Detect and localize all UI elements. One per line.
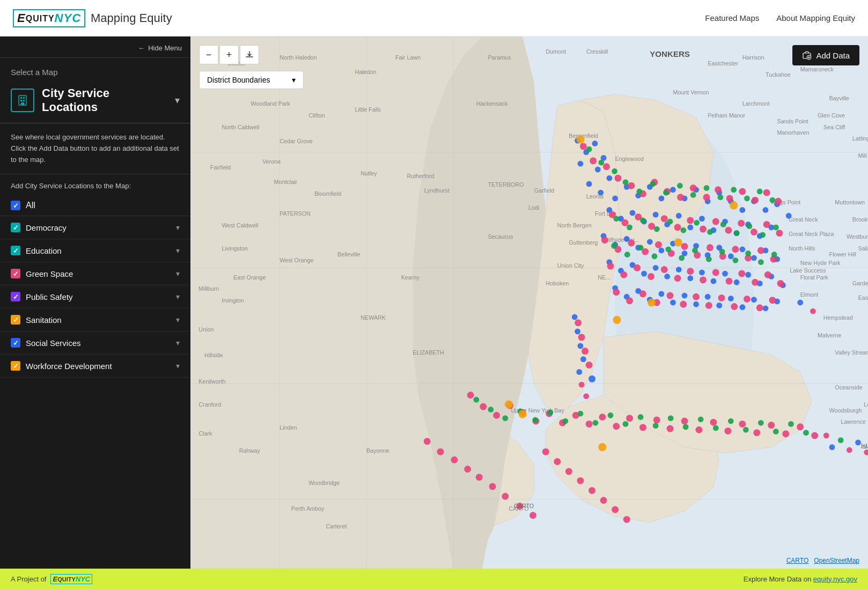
workforce-development-checkbox[interactable]: ✓ [11, 361, 20, 371]
category-democracy[interactable]: ✓ Democracy ▾ [0, 216, 190, 239]
openstreetmap-credit[interactable]: OpenStreetMap [814, 557, 859, 564]
zoom-in-button[interactable]: + [219, 45, 239, 64]
about-mapping-equity-link[interactable]: About Mapping Equity [776, 13, 855, 23]
svg-text:North Haledon: North Haledon [279, 54, 317, 61]
svg-text:Bayonne: Bayonne [366, 447, 389, 454]
svg-text:Woodsburgh: Woodsburgh [829, 407, 862, 414]
svg-point-304 [502, 493, 509, 500]
svg-text:Fairfield: Fairfield [210, 164, 231, 171]
svg-point-306 [529, 512, 536, 519]
add-data-button[interactable]: Add Data [792, 45, 859, 65]
category-education[interactable]: ✓ Education ▾ [0, 239, 190, 262]
svg-text:Linden: Linden [279, 424, 297, 431]
svg-text:YONKERS: YONKERS [650, 49, 690, 58]
category-public-safety[interactable]: ✓ Public Safety ▾ [0, 285, 190, 308]
footer-equity-link[interactable]: equity.nyc.gov [813, 575, 857, 583]
category-workforce-development[interactable]: ✓ Workforce Development ▾ [0, 355, 190, 378]
workforce-development-label: Workforce Development [26, 362, 171, 371]
svg-point-239 [707, 244, 713, 251]
hide-menu-label: Hide Menu [148, 44, 182, 52]
svg-point-365 [608, 413, 614, 418]
democracy-label: Democracy [26, 223, 171, 232]
svg-point-392 [579, 382, 585, 388]
svg-point-291 [724, 428, 731, 435]
district-boundaries-dropdown[interactable]: District Boundaries ▾ [199, 71, 304, 89]
svg-point-265 [693, 293, 700, 300]
download-button[interactable] [240, 45, 259, 64]
map-area[interactable]: Closter North Haledon Fair Lawn Paramus … [190, 36, 868, 569]
education-label: Education [26, 246, 171, 255]
svg-point-312 [600, 497, 607, 504]
green-space-checkbox[interactable]: ✓ [11, 269, 20, 278]
svg-text:Cresskill: Cresskill [586, 48, 608, 55]
svg-text:Garfield: Garfield [534, 187, 555, 194]
category-green-space[interactable]: ✓ Green Space ▾ [0, 262, 190, 285]
all-checkbox[interactable]: ✓ [11, 201, 20, 210]
svg-text:East Orange: East Orange [233, 274, 266, 281]
sanitation-checkbox[interactable]: ✓ [11, 315, 20, 325]
svg-text:Bloomfield: Bloomfield [314, 190, 341, 197]
svg-point-354 [758, 259, 764, 265]
svg-text:Fair Lawn: Fair Lawn [395, 54, 421, 61]
svg-rect-5 [21, 102, 24, 105]
svg-text:Sea Cliff: Sea Cliff [823, 124, 845, 130]
svg-point-335 [680, 227, 686, 233]
svg-point-373 [728, 418, 734, 424]
svg-text:Englewood: Englewood [615, 156, 644, 162]
svg-point-303 [489, 483, 496, 490]
category-social-services[interactable]: ✓ Social Services ▾ [0, 332, 190, 355]
svg-point-213 [739, 188, 746, 195]
svg-point-194 [716, 303, 722, 308]
svg-point-319 [637, 189, 643, 195]
svg-point-231 [601, 237, 608, 244]
svg-rect-4 [23, 100, 25, 101]
svg-text:Flower Hill: Flower Hill [829, 251, 856, 257]
svg-point-401 [823, 433, 829, 439]
featured-maps-link[interactable]: Featured Maps [705, 13, 759, 23]
svg-point-287 [667, 425, 674, 432]
svg-text:Lodi: Lodi [528, 204, 539, 211]
zoom-out-button[interactable]: − [199, 45, 218, 64]
svg-point-355 [771, 252, 777, 257]
svg-text:Hackensack: Hackensack [476, 100, 508, 107]
hide-menu-button[interactable]: ← Hide Menu [138, 44, 182, 52]
all-checkbox-row[interactable]: ✓ All [0, 195, 190, 216]
category-sanitation[interactable]: ✓ Sanitation ▾ [0, 308, 190, 332]
svg-point-341 [760, 232, 766, 238]
svg-text:Manorhaven: Manorhaven [777, 129, 810, 136]
svg-point-390 [580, 356, 586, 362]
map-selector[interactable]: City Service Locations ▾ [0, 81, 190, 123]
svg-point-380 [613, 316, 621, 324]
public-safety-checkbox[interactable]: ✓ [11, 292, 20, 301]
svg-text:Sands Point: Sands Point [777, 118, 808, 124]
svg-point-404 [847, 447, 852, 453]
svg-text:Clark: Clark [198, 430, 212, 437]
select-map-label: Select a Map [0, 58, 190, 81]
svg-point-328 [757, 189, 763, 195]
svg-text:New Hyde Park: New Hyde Park [800, 260, 841, 266]
svg-text:Westbury: Westbury [847, 233, 868, 240]
democracy-checkbox[interactable]: ✓ [11, 223, 20, 232]
svg-text:Floral Park: Floral Park [800, 274, 829, 281]
svg-point-332 [640, 217, 646, 223]
svg-text:Nutley: Nutley [361, 170, 377, 176]
carto-credit[interactable]: CARTO [786, 557, 809, 564]
svg-rect-2 [23, 97, 25, 99]
svg-point-286 [653, 416, 660, 423]
svg-point-331 [627, 224, 632, 230]
social-services-checkbox[interactable]: ✓ [11, 338, 20, 348]
education-checkbox[interactable]: ✓ [11, 246, 20, 255]
svg-point-351 [719, 249, 725, 255]
svg-point-201 [590, 157, 597, 164]
svg-point-338 [720, 222, 726, 227]
svg-text:Woodland Park: Woodland Park [251, 100, 290, 107]
public-safety-chevron-icon: ▾ [176, 292, 180, 301]
svg-text:Valley Stream: Valley Stream [835, 349, 868, 356]
svg-point-180 [734, 279, 740, 285]
add-data-icon [802, 50, 812, 60]
svg-point-254 [726, 278, 733, 285]
svg-point-256 [752, 279, 759, 286]
svg-point-270 [756, 304, 763, 311]
svg-text:Paramus: Paramus [488, 54, 511, 61]
svg-point-267 [718, 294, 725, 301]
